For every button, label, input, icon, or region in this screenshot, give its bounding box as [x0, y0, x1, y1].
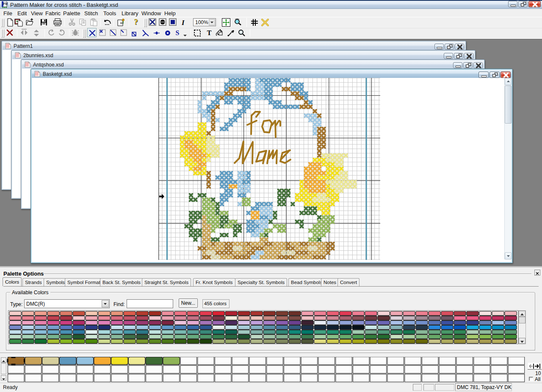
svg-text:I: I — [181, 19, 185, 27]
svg-text:S: S — [176, 29, 180, 36]
svg-text:T: T — [207, 29, 212, 36]
svg-text:PM: PM — [3, 2, 8, 6]
svg-text:?: ? — [134, 18, 138, 26]
